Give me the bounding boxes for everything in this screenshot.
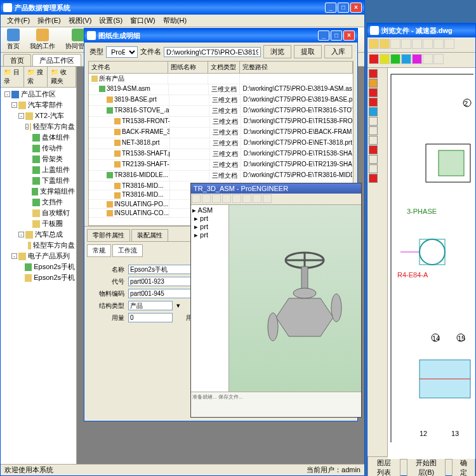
- draw-rect-icon[interactable]: [369, 98, 378, 107]
- cad-tool-icon[interactable]: [369, 54, 379, 64]
- tree-node[interactable]: -电子产品系列: [2, 251, 75, 261]
- viewer-tool-icon[interactable]: [242, 194, 251, 203]
- extract-button[interactable]: 提取: [294, 45, 322, 58]
- draw-mirror-icon[interactable]: [369, 174, 378, 183]
- cad-tool-icon[interactable]: [433, 39, 444, 49]
- menu-item[interactable]: 视图(V): [65, 15, 96, 27]
- start-layer-button[interactable]: 开始图层(B): [407, 456, 446, 477]
- grid-row[interactable]: NET-3818.prt三维文档D:\working\CT75\PRO-E\NE…: [89, 138, 353, 149]
- tree-node[interactable]: Epson2s手机: [2, 261, 75, 272]
- draw-text-icon[interactable]: [369, 117, 378, 126]
- maximize-button[interactable]: □: [338, 3, 349, 13]
- grid-row[interactable]: BACK-FRAME_38...三维文档D:\working\CT75\PRO-…: [89, 128, 353, 138]
- tree-node[interactable]: 传动件: [2, 143, 75, 154]
- minimize-button[interactable]: _: [325, 3, 336, 13]
- tree-node[interactable]: Epson2s手机: [2, 272, 75, 283]
- file-input[interactable]: [164, 47, 261, 57]
- ok-button[interactable]: 确定: [452, 456, 475, 477]
- workspace-tab[interactable]: 产品工作区: [32, 54, 81, 66]
- tree-node[interactable]: 盘体组件: [2, 132, 75, 143]
- tree-node[interactable]: -产品工作区: [2, 89, 75, 100]
- dialog-close-button[interactable]: ×: [343, 30, 355, 41]
- menu-item[interactable]: 窗口(W): [126, 15, 159, 27]
- sidebar-tab[interactable]: 📁 收藏夹: [48, 67, 76, 87]
- tree-node[interactable]: -轻型车方向盘: [2, 121, 75, 132]
- draw-move-icon[interactable]: [369, 145, 378, 154]
- cad-tool-icon[interactable]: [380, 54, 390, 64]
- property-subtab[interactable]: 工作流: [112, 244, 143, 257]
- close-button[interactable]: ×: [350, 3, 362, 13]
- tree-node[interactable]: 文挡件: [2, 197, 75, 208]
- menu-item[interactable]: 文件(F): [3, 15, 34, 27]
- name-input[interactable]: [128, 265, 198, 274]
- sidebar-tab[interactable]: 📁 目录: [1, 67, 24, 87]
- expand-icon[interactable]: -: [25, 124, 29, 129]
- draw-arc-icon[interactable]: [369, 79, 378, 88]
- cad-tool-icon[interactable]: [390, 39, 400, 49]
- code-input[interactable]: [128, 277, 198, 286]
- dialog-minimize-button[interactable]: _: [318, 30, 329, 41]
- grid-row[interactable]: TR1538-FRONT-...三维文档D:\working\CT75\PRO-…: [89, 117, 353, 128]
- cad-tool-icon[interactable]: [380, 39, 390, 49]
- expand-icon[interactable]: -: [18, 113, 24, 119]
- tree-node[interactable]: 干板圈: [2, 218, 75, 229]
- tree-node[interactable]: 支撑箱组件: [2, 186, 75, 197]
- expand-icon[interactable]: -: [18, 232, 24, 237]
- grid-row[interactable]: 3819-ASM.asm三维文档D:\working\CT75\PRO-E\38…: [89, 84, 353, 95]
- tree-node[interactable]: 自攻螺钉: [2, 208, 75, 218]
- tree-node[interactable]: -汽车零部件: [2, 100, 75, 110]
- viewer-tool-icon[interactable]: [192, 194, 201, 203]
- cad-tool-icon[interactable]: [412, 54, 422, 64]
- workspace-tab[interactable]: 首页: [3, 54, 31, 66]
- cad-tool-icon[interactable]: [401, 54, 411, 64]
- struct-picker-button[interactable]: ▾: [176, 301, 180, 310]
- menu-item[interactable]: 帮助(H): [159, 15, 190, 27]
- toolbar-button[interactable]: 首页: [4, 27, 22, 52]
- tree-node[interactable]: 上盖组件: [2, 164, 75, 175]
- grid-row[interactable]: 3819-BASE.prt三维文档D:\working\CT75\PRO-E\3…: [89, 95, 353, 106]
- viewer-tool-icon[interactable]: [232, 194, 241, 203]
- material-input[interactable]: [128, 289, 198, 298]
- dialog-maximize-button[interactable]: □: [331, 30, 342, 41]
- expand-icon[interactable]: -: [4, 91, 10, 97]
- cad-canvas[interactable]: 2 3-PHASE R4-E84-A 14 15 12 13: [388, 68, 475, 459]
- browse-button[interactable]: 浏览: [263, 45, 291, 58]
- viewer-tool-icon[interactable]: [202, 194, 211, 203]
- grid-row[interactable]: TR1538-SHAFT.prt三维文档D:\working\CT75\PRO-…: [89, 149, 353, 160]
- property-tab[interactable]: 装配属性: [131, 229, 168, 241]
- draw-rotate-icon[interactable]: [369, 164, 378, 173]
- draw-line-icon[interactable]: [369, 69, 378, 78]
- property-tab[interactable]: 零部件属性: [87, 229, 130, 241]
- cad-tool-icon[interactable]: [412, 39, 422, 49]
- column-header[interactable]: 完整路径: [240, 62, 353, 73]
- column-header[interactable]: 文件名: [89, 62, 168, 73]
- cad-tool-icon[interactable]: [433, 54, 444, 64]
- grid-row[interactable]: TR3816-STOVE_.asm三维文档D:\working\CT75\PRO…: [89, 106, 353, 117]
- column-header[interactable]: 图纸名称: [168, 62, 208, 73]
- column-header[interactable]: 文档类型: [208, 62, 240, 73]
- draw-circle-icon[interactable]: [369, 88, 378, 97]
- viewer-canvas[interactable]: [229, 205, 361, 392]
- grid-row[interactable]: TR3816-MIDDLE...三维文档D:\working\CT75\PRO-…: [89, 171, 353, 182]
- viewer-tool-icon[interactable]: [253, 194, 261, 203]
- tree-node[interactable]: -汽车总成: [2, 229, 75, 240]
- tree-node[interactable]: 下盖组件: [2, 175, 75, 186]
- toolbar-button[interactable]: 我的工作: [27, 27, 58, 52]
- viewer-tree[interactable]: ▸ ASM ▸ prt ▸ prt ▸ prt: [191, 205, 229, 392]
- viewer-tool-icon[interactable]: [222, 194, 231, 203]
- cad-tool-icon[interactable]: [423, 54, 433, 64]
- store-button[interactable]: 入库: [324, 45, 352, 58]
- draw-hatch-icon[interactable]: [369, 136, 378, 145]
- type-select[interactable]: ProE: [106, 46, 138, 58]
- cad-tool-icon[interactable]: [369, 39, 379, 49]
- menu-item[interactable]: 操作(E): [34, 15, 65, 27]
- draw-copy-icon[interactable]: [369, 155, 378, 164]
- cad-tool-icon[interactable]: [444, 39, 454, 49]
- viewer-tool-icon[interactable]: [263, 194, 272, 203]
- grid-row[interactable]: 所有产品: [89, 74, 353, 84]
- tree-node[interactable]: 骨架类: [2, 154, 75, 164]
- draw-poly-icon[interactable]: [369, 107, 378, 116]
- grid-row[interactable]: TR2139-SHAFT-...三维文档D:\working\CT75\PRO-…: [89, 160, 353, 171]
- cad-tool-icon[interactable]: [401, 39, 411, 49]
- expand-icon[interactable]: -: [11, 253, 17, 259]
